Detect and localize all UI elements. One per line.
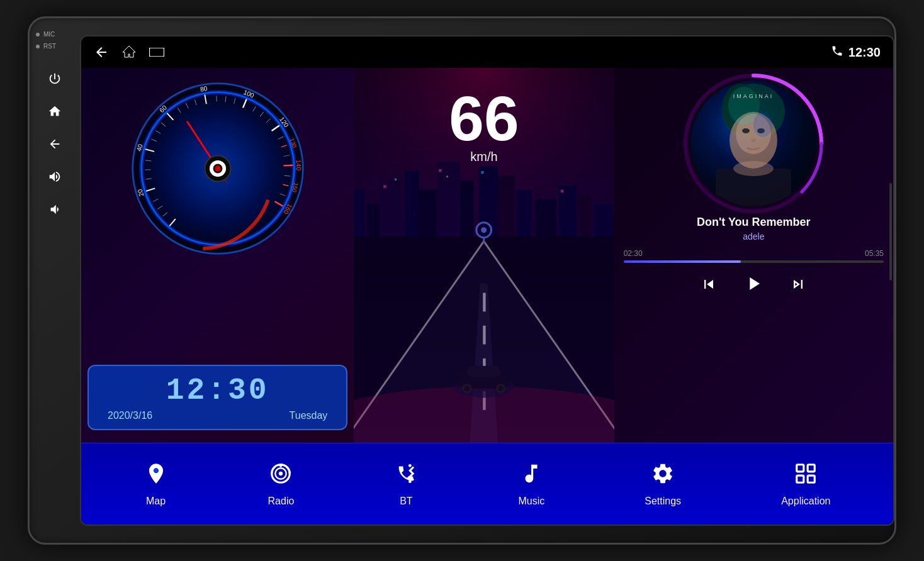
nav-item-settings[interactable]: Settings [645, 462, 681, 507]
status-bar: 12:30 [831, 45, 881, 60]
back-nav-button[interactable] [94, 45, 109, 60]
recents-nav-button[interactable] [149, 45, 164, 60]
bt-label: BT [400, 496, 412, 507]
nav-buttons [94, 45, 164, 60]
power-button[interactable] [43, 67, 66, 90]
svg-rect-61 [367, 204, 380, 236]
main-screen: 12:30 [80, 35, 894, 526]
play-button[interactable] [743, 273, 764, 299]
nav-item-application[interactable]: Application [781, 462, 830, 507]
progress-times: 02:30 05:35 [624, 249, 884, 258]
nav-item-radio[interactable]: Radio [268, 462, 295, 507]
speed-value: 66 [449, 87, 519, 150]
svg-rect-66 [461, 181, 474, 236]
progress-fill [624, 260, 741, 263]
bt-icon [394, 462, 418, 491]
total-time: 05:35 [865, 249, 884, 258]
svg-rect-82 [561, 190, 563, 192]
progress-area: 02:30 05:35 [624, 249, 884, 263]
svg-rect-78 [395, 179, 397, 181]
progress-bar[interactable] [624, 260, 884, 263]
svg-rect-68 [498, 175, 515, 236]
svg-point-123 [279, 464, 283, 467]
music-label: Music [518, 496, 544, 507]
navigation-panel: 66 km/h [354, 68, 614, 443]
prev-button[interactable] [700, 275, 718, 297]
back-button[interactable] [43, 133, 66, 155]
mic-indicator: MIC [30, 31, 80, 38]
application-icon [794, 462, 818, 491]
mic-label: MIC [43, 31, 55, 38]
svg-point-100 [498, 386, 504, 391]
nav-item-music[interactable]: Music [518, 462, 544, 507]
svg-text:140: 140 [295, 160, 302, 171]
svg-rect-85 [483, 293, 486, 312]
svg-rect-71 [559, 185, 577, 236]
radio-icon [269, 462, 293, 491]
music-icon [519, 462, 543, 491]
svg-point-125 [408, 480, 412, 483]
phone-icon [831, 45, 843, 60]
svg-text:80: 80 [200, 85, 208, 93]
svg-rect-62 [381, 181, 402, 236]
device: MIC RST [28, 16, 896, 545]
radio-label: Radio [268, 496, 295, 507]
volume-down-button[interactable] [43, 198, 66, 221]
rst-label: RST [43, 43, 56, 50]
map-icon [144, 462, 168, 491]
settings-label: Settings [645, 496, 681, 507]
settings-icon [651, 462, 675, 491]
song-title: Don't You Remember [697, 216, 811, 229]
scrollbar [889, 183, 892, 280]
main-content-area: 0 20 40 60 80 [81, 68, 893, 443]
nav-item-map[interactable]: Map [144, 462, 168, 507]
day-text: Tuesday [290, 410, 328, 421]
volume-up-button[interactable] [43, 165, 66, 188]
clock-display: 12:30 [848, 45, 881, 60]
bottom-nav: Map Radio [81, 443, 893, 525]
next-button[interactable] [789, 275, 807, 297]
home-nav-button[interactable] [121, 45, 137, 60]
current-time: 02:30 [624, 249, 643, 258]
svg-point-102 [482, 227, 487, 233]
svg-rect-73 [595, 204, 614, 236]
svg-rect-126 [797, 464, 804, 471]
artist-name: adele [743, 231, 764, 242]
mic-dot [36, 33, 40, 36]
music-panel: IMAGINAI Don't You Remember adele 02:30 … [614, 68, 893, 443]
speedometer: 0 20 40 60 80 [130, 81, 306, 257]
home-button[interactable] [43, 100, 66, 123]
application-label: Application [781, 496, 830, 507]
top-bar: 12:30 [81, 36, 893, 68]
rst-dot [36, 45, 40, 48]
svg-rect-72 [578, 194, 591, 236]
svg-rect-127 [808, 464, 814, 471]
svg-rect-81 [482, 171, 484, 174]
time-display: 12:30 2020/3/16 Tuesday [87, 365, 347, 430]
svg-line-21 [283, 165, 293, 166]
svg-rect-94 [467, 366, 501, 377]
svg-rect-80 [446, 175, 448, 177]
svg-rect-70 [536, 199, 556, 237]
svg-rect-79 [439, 169, 441, 172]
left-panel: MIC RST [30, 18, 80, 543]
time-large: 12:30 [108, 374, 327, 408]
svg-rect-60 [354, 190, 364, 237]
svg-point-99 [465, 386, 470, 391]
svg-rect-69 [517, 190, 532, 237]
nav-item-bt[interactable]: BT [394, 462, 418, 507]
svg-rect-129 [808, 475, 814, 482]
svg-point-119 [154, 469, 157, 472]
svg-rect-86 [483, 326, 486, 345]
rst-indicator: RST [30, 43, 80, 50]
speedometer-panel: 0 20 40 60 80 [81, 68, 354, 443]
svg-point-54 [215, 165, 220, 171]
svg-rect-0 [149, 48, 164, 57]
svg-rect-63 [404, 171, 419, 236]
svg-point-124 [408, 464, 412, 467]
speed-display: 66 km/h [449, 87, 519, 164]
svg-rect-77 [384, 185, 386, 187]
svg-rect-65 [437, 162, 460, 236]
music-controls [700, 273, 807, 299]
svg-rect-67 [480, 166, 499, 236]
